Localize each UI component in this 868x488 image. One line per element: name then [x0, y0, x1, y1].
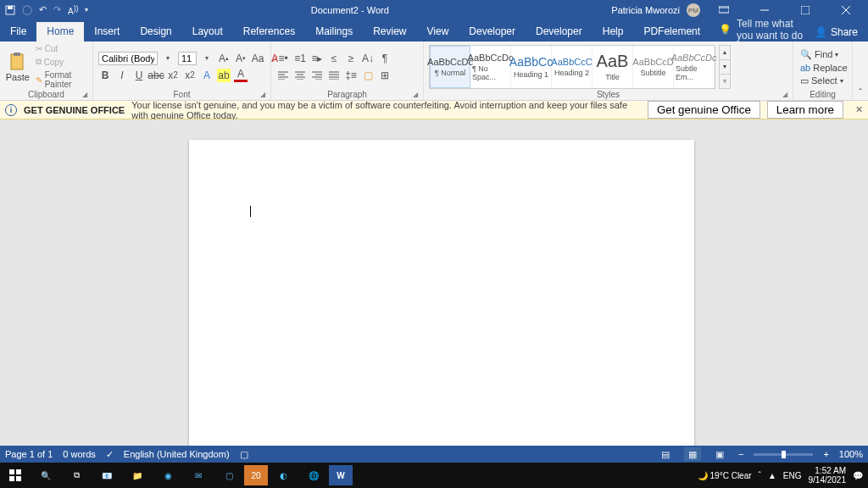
- page[interactable]: [189, 140, 694, 446]
- font-name-input[interactable]: [98, 52, 158, 65]
- page-indicator[interactable]: Page 1 of 1: [5, 449, 53, 459]
- ruler-vertical[interactable]: [0, 133, 15, 446]
- show-marks-icon[interactable]: ¶: [378, 52, 392, 65]
- style-title[interactable]: AaBTitle: [593, 46, 633, 88]
- style-heading-2[interactable]: AaBbCcCHeading 2: [552, 46, 593, 88]
- tab-developer[interactable]: Developer: [459, 22, 526, 42]
- bold-icon[interactable]: B: [98, 69, 112, 82]
- style-heading-1[interactable]: AaBbCcHeading 1: [511, 46, 552, 88]
- zoom-slider[interactable]: [754, 453, 813, 456]
- replace-button[interactable]: abReplace: [798, 62, 849, 74]
- tab-help[interactable]: Help: [593, 22, 634, 42]
- styles-dialog-icon[interactable]: ◢: [782, 91, 787, 98]
- tell-me-search[interactable]: 💡 Tell me what you want to do: [719, 18, 804, 42]
- close-button[interactable]: [829, 0, 863, 20]
- learn-more-button[interactable]: Learn more: [767, 101, 843, 119]
- tab-design[interactable]: Design: [130, 22, 181, 42]
- italic-icon[interactable]: I: [115, 69, 129, 82]
- tray-network-icon[interactable]: ▲: [768, 471, 776, 480]
- tab-file[interactable]: File: [0, 22, 36, 42]
- touch-mode-icon[interactable]: A)): [68, 4, 78, 16]
- shading-icon[interactable]: ▢: [361, 69, 375, 82]
- get-genuine-button[interactable]: Get genuine Office: [648, 101, 760, 119]
- align-center-icon[interactable]: [293, 69, 307, 82]
- shrink-font-icon[interactable]: A▾: [234, 52, 248, 65]
- taskbar-app-2[interactable]: ▢: [214, 463, 244, 488]
- taskbar-explorer[interactable]: 📁: [122, 463, 153, 488]
- underline-icon[interactable]: U: [132, 69, 146, 82]
- tray-clock[interactable]: 1:52 AM 9/14/2021: [809, 466, 847, 485]
- user-name[interactable]: Patricia Mworozi: [611, 5, 680, 15]
- superscript-icon[interactable]: x2: [183, 69, 197, 82]
- increase-indent-icon[interactable]: ≥: [344, 52, 358, 65]
- qat-customize-icon[interactable]: ▾: [85, 6, 88, 14]
- copy-button[interactable]: ⧉Copy: [34, 56, 87, 68]
- sort-icon[interactable]: A↓: [361, 52, 375, 65]
- font-color-icon[interactable]: A: [234, 69, 248, 82]
- taskbar-chrome[interactable]: 🌐: [298, 463, 329, 488]
- undo-icon[interactable]: ↶: [39, 4, 47, 15]
- tray-language[interactable]: ENG: [783, 471, 802, 480]
- tab-mailings[interactable]: Mailings: [305, 22, 363, 42]
- style-subtle-em---[interactable]: AaBbCcDcSubtle Em...: [674, 46, 715, 88]
- spellcheck-icon[interactable]: ✓: [106, 449, 114, 460]
- style---normal[interactable]: AaBbCcDc¶ Normal: [430, 46, 470, 88]
- task-view-icon[interactable]: ⧉: [61, 463, 92, 488]
- tray-expand-icon[interactable]: ˆ: [759, 471, 761, 480]
- styles-down-icon[interactable]: ▾: [720, 59, 730, 74]
- tab-references[interactable]: References: [233, 22, 305, 42]
- taskbar-app-3[interactable]: 20: [244, 465, 268, 485]
- tab-insert[interactable]: Insert: [84, 22, 130, 42]
- text-effects-icon[interactable]: A: [200, 69, 214, 82]
- align-left-icon[interactable]: [276, 69, 290, 82]
- style-subtitle[interactable]: AaBbCcDSubtitle: [633, 46, 674, 88]
- styles-up-icon[interactable]: ▴: [720, 46, 730, 59]
- save-icon[interactable]: [5, 5, 15, 15]
- font-dropdown-icon[interactable]: ▾: [161, 52, 175, 65]
- start-button[interactable]: [0, 463, 31, 488]
- multilevel-icon[interactable]: ≡▸: [310, 52, 324, 65]
- search-icon[interactable]: 🔍: [31, 463, 61, 488]
- macro-icon[interactable]: ▢: [240, 449, 248, 460]
- clipboard-dialog-icon[interactable]: ◢: [82, 91, 87, 98]
- styles-gallery[interactable]: AaBbCcDc¶ NormalAaBbCcDc¶ No Spac...AaBb…: [429, 45, 715, 89]
- collapse-ribbon-icon[interactable]: ˆ: [853, 42, 868, 100]
- strikethrough-icon[interactable]: abc: [149, 69, 163, 82]
- find-button[interactable]: 🔍Find▾: [798, 48, 849, 61]
- taskbar-app-1[interactable]: 📧: [92, 463, 122, 488]
- redo-icon[interactable]: ↷: [53, 4, 61, 15]
- language-indicator[interactable]: English (United Kingdom): [124, 449, 230, 459]
- taskbar-app-4[interactable]: ◐: [268, 463, 298, 488]
- print-layout-icon[interactable]: ▦: [684, 447, 701, 461]
- zoom-level[interactable]: 100%: [839, 449, 863, 459]
- tab-pdfelement[interactable]: PDFelement: [633, 22, 710, 42]
- select-button[interactable]: ▭Select▾: [798, 75, 849, 87]
- change-case-icon[interactable]: Aa: [251, 52, 264, 65]
- ruler-horizontal[interactable]: [0, 119, 868, 133]
- user-avatar[interactable]: PM: [687, 3, 700, 17]
- font-dialog-icon[interactable]: ◢: [260, 91, 265, 98]
- line-spacing-icon[interactable]: ‡≡: [344, 69, 358, 82]
- borders-icon[interactable]: ⊞: [378, 69, 392, 82]
- tab-review[interactable]: Review: [363, 22, 416, 42]
- tab-home[interactable]: Home: [36, 22, 84, 42]
- size-dropdown-icon[interactable]: ▾: [200, 52, 214, 65]
- tab-view[interactable]: View: [417, 22, 459, 42]
- cut-button[interactable]: ✂Cut: [34, 43, 87, 54]
- decrease-indent-icon[interactable]: ≤: [327, 52, 341, 65]
- subscript-icon[interactable]: x2: [166, 69, 180, 82]
- word-count[interactable]: 0 words: [63, 449, 96, 459]
- numbering-icon[interactable]: ≡1: [293, 52, 307, 65]
- highlight-icon[interactable]: ab: [217, 69, 231, 82]
- read-mode-icon[interactable]: ▤: [657, 447, 674, 461]
- tab-layout[interactable]: Layout: [182, 22, 233, 42]
- web-layout-icon[interactable]: ▣: [711, 447, 728, 461]
- tab-developer-2[interactable]: Developer: [526, 22, 593, 42]
- paste-button[interactable]: Paste: [5, 46, 31, 88]
- format-painter-button[interactable]: ✎Format Painter: [34, 69, 87, 90]
- zoom-in-icon[interactable]: +: [823, 449, 828, 459]
- align-right-icon[interactable]: [310, 69, 324, 82]
- taskbar-word[interactable]: W: [329, 465, 353, 485]
- weather-widget[interactable]: 🌙 19°C Clear: [698, 471, 752, 480]
- paragraph-dialog-icon[interactable]: ◢: [413, 91, 418, 98]
